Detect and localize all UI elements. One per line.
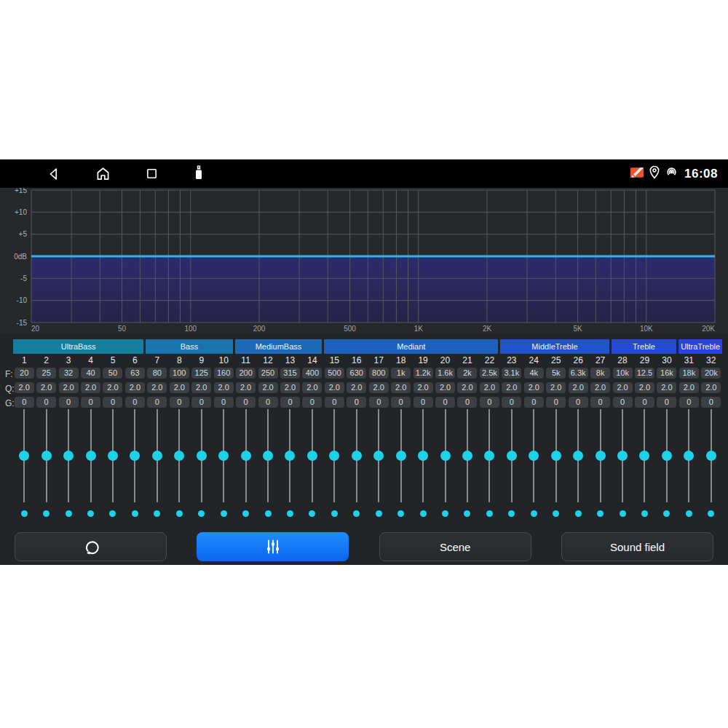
scene-button[interactable]: Scene — [379, 532, 531, 561]
channel-dot[interactable] — [221, 510, 227, 517]
gain-value-chip[interactable]: 0 — [635, 397, 654, 408]
gain-slider-thumb[interactable] — [41, 451, 52, 461]
gain-slider[interactable] — [213, 408, 234, 505]
channel-dot[interactable] — [420, 510, 427, 517]
q-value-chip[interactable]: 2.0 — [613, 382, 633, 393]
frequency-value-chip[interactable]: 32 — [59, 368, 79, 379]
gain-slider[interactable] — [478, 408, 500, 505]
q-value-chip[interactable]: 2.0 — [657, 382, 676, 393]
q-value-chip[interactable]: 2.0 — [369, 382, 389, 393]
gain-value-chip[interactable]: 0 — [258, 397, 278, 408]
channel-dot[interactable] — [287, 510, 293, 517]
frequency-value-chip[interactable]: 18k — [679, 368, 699, 379]
gain-slider[interactable] — [234, 408, 256, 505]
home-button[interactable] — [94, 165, 111, 183]
gain-value-chip[interactable]: 0 — [280, 397, 300, 408]
channel-dot[interactable] — [508, 510, 515, 517]
gain-slider-thumb[interactable] — [285, 451, 295, 461]
channel-dot[interactable] — [21, 510, 28, 517]
gain-slider-thumb[interactable] — [662, 451, 672, 461]
channel-dot[interactable] — [663, 510, 670, 517]
gain-slider[interactable] — [168, 408, 190, 505]
frequency-value-chip[interactable]: 200 — [236, 368, 256, 379]
channel-dot[interactable] — [109, 510, 116, 517]
gain-value-chip[interactable]: 0 — [502, 397, 521, 408]
channel-dot[interactable] — [176, 510, 183, 517]
channel-dot[interactable] — [87, 510, 94, 517]
q-value-chip[interactable]: 2.0 — [569, 382, 588, 393]
gain-slider[interactable] — [589, 408, 611, 505]
gain-slider[interactable] — [279, 408, 301, 505]
band-ultratreble[interactable]: UltraTreble — [678, 339, 722, 354]
channel-dot[interactable] — [376, 510, 382, 517]
gain-value-chip[interactable]: 0 — [214, 397, 234, 408]
gain-slider[interactable] — [612, 408, 633, 505]
q-value-chip[interactable]: 2.0 — [125, 382, 145, 393]
gain-slider[interactable] — [656, 408, 678, 505]
gain-slider-thumb[interactable] — [86, 451, 96, 461]
channel-dot[interactable] — [309, 510, 315, 517]
q-value-chip[interactable]: 2.0 — [635, 382, 654, 393]
gain-slider-thumb[interactable] — [396, 451, 406, 461]
gain-slider-thumb[interactable] — [130, 451, 140, 461]
frequency-value-chip[interactable]: 250 — [258, 368, 278, 379]
frequency-value-chip[interactable]: 25 — [36, 368, 56, 379]
gain-value-chip[interactable]: 0 — [236, 397, 256, 408]
frequency-value-chip[interactable]: 50 — [103, 368, 122, 379]
q-value-chip[interactable]: 2.0 — [457, 382, 477, 393]
sound-field-button[interactable]: Sound field — [561, 532, 713, 561]
gain-value-chip[interactable]: 0 — [125, 397, 145, 408]
channel-dot[interactable] — [442, 510, 448, 517]
channel-dot[interactable] — [132, 510, 138, 517]
gain-slider-thumb[interactable] — [307, 451, 317, 461]
gain-slider-thumb[interactable] — [373, 451, 384, 461]
frequency-value-chip[interactable]: 20k — [701, 368, 721, 379]
channel-dot[interactable] — [265, 510, 272, 517]
q-value-chip[interactable]: 2.0 — [280, 382, 300, 393]
gain-slider[interactable] — [523, 408, 545, 505]
gain-slider-thumb[interactable] — [684, 451, 694, 461]
frequency-value-chip[interactable]: 1.2k — [414, 368, 433, 379]
channel-dot[interactable] — [154, 510, 160, 517]
q-value-chip[interactable]: 2.0 — [302, 382, 322, 393]
q-value-chip[interactable]: 2.0 — [679, 382, 699, 393]
gain-slider[interactable] — [545, 408, 567, 505]
gain-slider-thumb[interactable] — [507, 451, 517, 461]
gain-value-chip[interactable]: 0 — [524, 397, 544, 408]
gain-slider-thumb[interactable] — [706, 451, 716, 461]
frequency-value-chip[interactable]: 400 — [302, 368, 322, 379]
back-button[interactable] — [45, 165, 63, 183]
frequency-value-chip[interactable]: 315 — [280, 368, 300, 379]
q-value-chip[interactable]: 2.0 — [701, 382, 721, 393]
channel-dot[interactable] — [708, 510, 714, 517]
frequency-value-chip[interactable]: 1.6k — [435, 368, 455, 379]
recent-apps-button[interactable] — [143, 165, 160, 183]
channel-dot[interactable] — [486, 510, 493, 517]
gain-slider-thumb[interactable] — [573, 451, 583, 461]
frequency-value-chip[interactable]: 16k — [657, 368, 676, 379]
gain-value-chip[interactable]: 0 — [657, 397, 676, 408]
gain-slider[interactable] — [567, 408, 589, 505]
band-bass[interactable]: Bass — [146, 339, 233, 354]
frequency-value-chip[interactable]: 80 — [147, 368, 167, 379]
gain-slider-thumb[interactable] — [197, 451, 207, 461]
gain-slider-thumb[interactable] — [329, 451, 339, 461]
frequency-value-chip[interactable]: 630 — [347, 368, 366, 379]
channel-dot[interactable] — [43, 510, 50, 517]
frequency-value-chip[interactable]: 8k — [590, 368, 610, 379]
gain-value-chip[interactable]: 0 — [170, 397, 189, 408]
frequency-value-chip[interactable]: 12.5 — [635, 368, 654, 379]
q-value-chip[interactable]: 2.0 — [81, 382, 100, 393]
band-ultrabass[interactable]: UltraBass — [13, 339, 143, 354]
band-mediant[interactable]: Mediant — [324, 339, 498, 354]
channel-dot[interactable] — [553, 510, 559, 517]
gain-slider[interactable] — [301, 408, 323, 505]
channel-dot[interactable] — [331, 510, 338, 517]
frequency-value-chip[interactable]: 125 — [191, 368, 211, 379]
gain-slider[interactable] — [102, 408, 124, 505]
channel-dot[interactable] — [641, 510, 648, 517]
q-value-chip[interactable]: 2.0 — [480, 382, 499, 393]
gain-slider-thumb[interactable] — [596, 451, 606, 461]
frequency-value-chip[interactable]: 10k — [613, 368, 633, 379]
gain-value-chip[interactable]: 0 — [191, 397, 211, 408]
